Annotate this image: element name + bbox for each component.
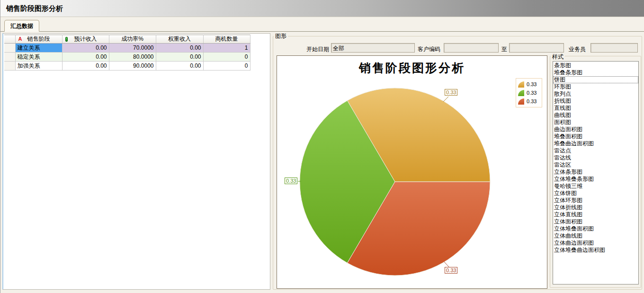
- style-option[interactable]: 折线图: [553, 98, 638, 105]
- cell-success[interactable]: 70.0000: [109, 44, 156, 53]
- cell-expected[interactable]: 0.00: [62, 53, 109, 62]
- cell-stage[interactable]: 稳定关系: [15, 53, 62, 62]
- legend-entry: 0.33: [518, 80, 540, 89]
- row-indicator[interactable]: [4, 53, 15, 62]
- style-option[interactable]: 立体折线图: [553, 204, 638, 211]
- legend-value: 0.33: [527, 98, 537, 104]
- style-option[interactable]: 雷达线: [553, 154, 638, 161]
- legend-value: 0.33: [527, 90, 537, 96]
- legend-value: 0.33: [527, 81, 537, 87]
- style-option[interactable]: 直线图: [553, 105, 638, 112]
- style-option[interactable]: 曲边面积图: [553, 126, 638, 133]
- green-bar-icon: [65, 37, 68, 42]
- style-option[interactable]: 曲线图: [553, 112, 638, 119]
- style-option[interactable]: 立体条形图: [553, 169, 638, 176]
- cell-weighted[interactable]: 0.00: [156, 53, 203, 62]
- to-label: 至: [501, 45, 507, 53]
- col-header-success[interactable]: 成功率%: [109, 35, 156, 44]
- cell-count[interactable]: 1: [203, 44, 250, 53]
- style-option[interactable]: 环形图: [553, 83, 638, 90]
- cell-count[interactable]: 0: [203, 62, 250, 71]
- pie-chart: [277, 56, 548, 289]
- slice-label-gold: 0.33: [445, 89, 457, 96]
- customer-code-to-field[interactable]: [509, 43, 564, 53]
- row-indicator[interactable]: [4, 44, 15, 53]
- gold-callout-leader: [443, 97, 448, 102]
- customer-code-field[interactable]: [444, 43, 499, 53]
- sales-stage-grid-panel: A销售阶段 预计收入 成功率% 权重收入 商机数量 建立关系 0.00 70.0…: [2, 33, 270, 290]
- slice-label-green: 0.33: [285, 178, 297, 184]
- col-header-expected[interactable]: 预计收入: [62, 35, 109, 44]
- row-indicator[interactable]: [4, 62, 15, 71]
- style-option[interactable]: 饼图: [553, 76, 638, 83]
- style-option[interactable]: 立体堆叠条形图: [553, 176, 638, 183]
- style-option[interactable]: 条形图: [553, 62, 638, 69]
- salesman-label: 业务员: [569, 45, 586, 53]
- row-indicator-header: [4, 35, 15, 44]
- cell-weighted[interactable]: 0.00: [156, 44, 203, 53]
- title-bar: 销售阶段图形分析: [0, 0, 644, 17]
- col-header-stage[interactable]: A销售阶段: [15, 35, 62, 44]
- sales-stage-table: A销售阶段 预计收入 成功率% 权重收入 商机数量 建立关系 0.00 70.0…: [4, 35, 250, 71]
- cell-stage[interactable]: 加强关系: [15, 62, 62, 71]
- slice-label-red: 0.33: [445, 267, 457, 274]
- table-row: 建立关系 0.00 70.0000 0.00 1: [4, 44, 250, 53]
- pie-chart-area: 销售阶段图形分析 0.33 0.33 0.33: [277, 55, 547, 289]
- legend-swatch-gold-icon: [518, 81, 524, 88]
- salesman-field[interactable]: [590, 43, 638, 53]
- style-option[interactable]: 雷达点: [553, 147, 638, 154]
- legend-swatch-red-icon: [518, 98, 524, 105]
- customer-code-label: 客户编码: [418, 45, 440, 53]
- style-option[interactable]: 立体饼图: [553, 190, 638, 197]
- legend-swatch-green-icon: [518, 90, 524, 96]
- cell-success[interactable]: 80.0000: [109, 53, 156, 62]
- style-option[interactable]: 立体直线图: [553, 211, 638, 218]
- cell-expected[interactable]: 0.00: [62, 62, 109, 71]
- style-option[interactable]: 堆叠条形图: [553, 69, 638, 76]
- style-option[interactable]: 面积图: [553, 119, 638, 126]
- page-title: 销售阶段图形分析: [6, 4, 63, 13]
- legend-entry: 0.33: [518, 97, 540, 106]
- cell-success[interactable]: 90.0000: [109, 62, 156, 71]
- window: 销售阶段图形分析 汇总数据 A销售阶段 预计收入 成功率% 权重收入 商机数量 …: [0, 0, 644, 293]
- col-header-count[interactable]: 商机数量: [203, 35, 250, 44]
- style-groupbox-label: 样式: [551, 53, 565, 61]
- cell-weighted[interactable]: 0.00: [156, 62, 203, 71]
- table-header-row: A销售阶段 预计收入 成功率% 权重收入 商机数量: [4, 35, 250, 44]
- start-date-label: 开始日期: [306, 45, 329, 53]
- tab-summary-data[interactable]: 汇总数据: [4, 20, 39, 32]
- style-option[interactable]: 雷达区: [553, 161, 638, 169]
- style-option[interactable]: 立体堆叠曲边面积图: [553, 247, 638, 254]
- chart-style-list: 条形图堆叠条形图饼图环形图散列点折线图直线图曲线图面积图曲边面积图堆叠面积图堆叠…: [553, 61, 639, 284]
- cell-expected[interactable]: 0.00: [62, 44, 109, 53]
- graph-groupbox-label: 图形: [274, 32, 288, 40]
- cell-stage[interactable]: 建立关系: [15, 44, 62, 53]
- style-option[interactable]: 立体曲线图: [553, 232, 638, 240]
- style-option[interactable]: 堆叠面积图: [553, 133, 638, 140]
- style-option[interactable]: 堆叠曲边面积图: [553, 140, 638, 147]
- style-option[interactable]: 立体堆叠面积图: [553, 225, 638, 232]
- style-option[interactable]: 曼哈顿三维: [553, 183, 638, 190]
- chart-legend: 0.33 0.33 0.33: [516, 78, 542, 107]
- sort-a-icon: A: [18, 36, 22, 42]
- table-row: 稳定关系 0.00 80.0000 0.00 0: [4, 53, 250, 62]
- legend-entry: 0.33: [518, 89, 540, 97]
- cell-count[interactable]: 0: [203, 53, 250, 62]
- style-option[interactable]: 立体面积图: [553, 218, 638, 225]
- style-option[interactable]: 立体曲边面积图: [553, 240, 638, 247]
- table-row: 加强关系 0.00 90.0000 0.00 0: [4, 62, 250, 71]
- start-date-field[interactable]: 全部: [331, 43, 415, 53]
- style-option[interactable]: 立体环形图: [553, 197, 638, 204]
- col-header-weighted[interactable]: 权重收入: [156, 35, 203, 44]
- tab-strip: 汇总数据: [0, 18, 644, 32]
- style-option[interactable]: 散列点: [553, 90, 638, 98]
